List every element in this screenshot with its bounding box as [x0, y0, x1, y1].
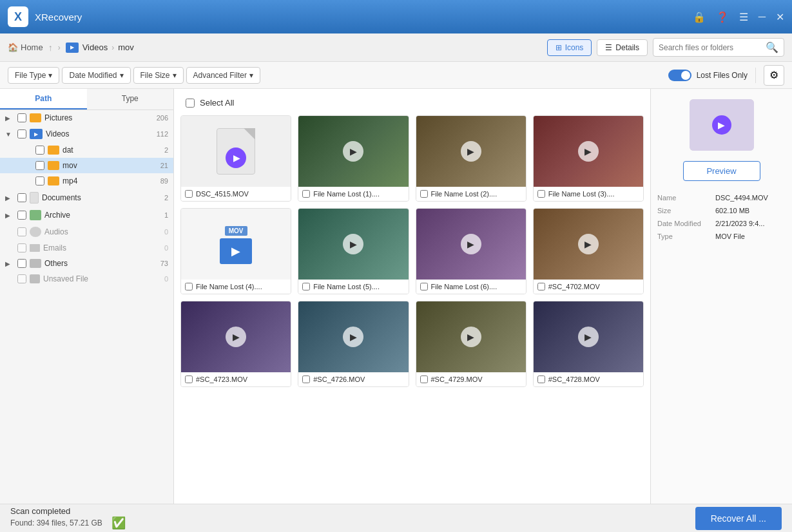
expand-icon[interactable]: ▶ — [5, 212, 14, 219]
list-item[interactable]: ▶ File Name Lost (5).... — [298, 208, 409, 294]
sidebar-item-mp4[interactable]: mp4 89 — [0, 173, 173, 189]
unsaved-checkbox[interactable] — [17, 274, 26, 283]
list-item[interactable]: ▶ File Name Lost (3).... — [533, 115, 644, 202]
filter-icon-button[interactable]: ⚙ — [764, 65, 784, 86]
tab-path[interactable]: Path — [0, 89, 87, 109]
mp4-checkbox[interactable] — [35, 176, 44, 185]
videos-checkbox[interactable] — [17, 129, 26, 138]
list-item[interactable]: ▶ #SC_4726.MOV — [298, 301, 409, 387]
preview-thumbnail: ▶ — [690, 99, 754, 151]
videos-icon — [66, 43, 79, 53]
sidebar-item-label: mov — [63, 161, 158, 170]
window-controls: 🔒 ❓ ☰ ─ ✕ — [693, 11, 784, 23]
status-info: Scan completed Found: 394 files, 57.21 G… — [10, 506, 695, 530]
item-count: 2 — [164, 146, 168, 154]
file-label: File Name Lost (1).... — [298, 187, 408, 201]
play-button: ▶ — [343, 327, 363, 347]
play-button: ▶ — [578, 327, 599, 347]
recover-all-button[interactable]: Recover All ... — [695, 507, 782, 530]
file-type-filter[interactable]: File Type ▾ — [8, 67, 59, 84]
preview-play-icon: ▶ — [712, 115, 731, 135]
item-checkbox[interactable] — [302, 375, 310, 383]
help-icon[interactable]: ❓ — [716, 11, 729, 23]
sidebar-item-emails[interactable]: Emails 0 — [0, 240, 173, 256]
list-item[interactable]: ▶ #SC_4702.MOV — [533, 208, 644, 294]
sidebar-item-dat[interactable]: dat 2 — [0, 142, 173, 158]
item-checkbox[interactable] — [537, 190, 545, 198]
item-checkbox[interactable] — [185, 190, 193, 198]
item-checkbox[interactable] — [185, 283, 193, 290]
toggle-switch[interactable] — [668, 70, 691, 81]
item-checkbox[interactable] — [420, 283, 428, 290]
expand-icon[interactable]: ▶ — [5, 260, 14, 267]
mov-label[interactable]: mov — [118, 43, 134, 52]
select-all-checkbox[interactable] — [186, 99, 195, 108]
list-item[interactable]: ▶ File Name Lost (1).... — [298, 115, 409, 202]
file-type-label: File Type — [15, 71, 46, 80]
documents-checkbox[interactable] — [17, 193, 26, 202]
sidebar-item-documents[interactable]: ▶ Documents 2 — [0, 189, 173, 207]
item-checkbox[interactable] — [537, 375, 545, 383]
preview-button[interactable]: Preview — [683, 161, 760, 181]
folder-icon — [30, 259, 41, 268]
item-checkbox[interactable] — [420, 375, 428, 383]
dat-checkbox[interactable] — [35, 146, 44, 155]
search-box[interactable]: 🔍 — [653, 38, 784, 57]
list-item[interactable]: MOV ▶ File Name Lost (4).... — [180, 208, 291, 294]
item-checkbox[interactable] — [537, 283, 545, 290]
tab-type[interactable]: Type — [87, 89, 174, 109]
list-item[interactable]: ▶ DSC_4515.MOV — [180, 115, 291, 202]
mov-folder-icon: MOV ▶ — [220, 224, 252, 264]
sidebar-item-videos[interactable]: ▼ ▶ Videos 112 — [0, 126, 173, 142]
pictures-checkbox[interactable] — [17, 113, 26, 122]
expand-icon[interactable]: ▼ — [5, 131, 14, 138]
list-item[interactable]: ▶ #SC_4729.MOV — [416, 301, 526, 387]
filter-settings-icon: ⚙ — [769, 69, 778, 81]
date-modified-label: Date Modified — [69, 71, 117, 80]
sidebar-item-others[interactable]: ▶ Others 73 — [0, 256, 173, 271]
expand-icon[interactable]: ▶ — [5, 115, 14, 122]
sidebar-item-unsaved[interactable]: Unsaved File 0 — [0, 271, 173, 287]
sidebar-item-audios[interactable]: Audios 0 — [0, 223, 173, 240]
preview-panel: ▶ Preview Name DSC_4494.MOV Size 602.10 … — [650, 89, 792, 504]
file-grid: ▶ DSC_4515.MOV ▶ File Name Lost (1).... — [180, 115, 644, 387]
minimize-icon[interactable]: ─ — [758, 11, 766, 23]
date-modified-filter[interactable]: Date Modified ▾ — [62, 67, 130, 84]
audios-checkbox[interactable] — [17, 227, 26, 236]
expand-icon[interactable]: ▶ — [5, 195, 14, 202]
lock-icon[interactable]: 🔒 — [693, 11, 706, 23]
menu-icon[interactable]: ☰ — [739, 11, 748, 23]
file-label: File Name Lost (6).... — [416, 280, 526, 294]
emails-checkbox[interactable] — [17, 243, 26, 252]
list-item[interactable]: ▶ #SC_4728.MOV — [533, 301, 644, 387]
sidebar-item-pictures[interactable]: ▶ Pictures 206 — [0, 110, 173, 126]
icons-view-button[interactable]: ⊞ Icons — [547, 39, 592, 56]
list-item[interactable]: ▶ File Name Lost (2).... — [416, 115, 526, 202]
lost-files-toggle[interactable]: Lost Files Only — [668, 70, 748, 81]
mov-checkbox[interactable] — [35, 161, 44, 170]
file-size-filter[interactable]: File Size ▾ — [133, 67, 184, 84]
list-item[interactable]: ▶ #SC_4723.MOV — [180, 301, 291, 387]
item-checkbox[interactable] — [185, 375, 193, 383]
item-checkbox[interactable] — [420, 190, 428, 198]
search-input[interactable] — [659, 43, 762, 52]
navbar: 🏠 Home ↑ › Videos › mov ⊞ Icons ☰ Detail… — [0, 33, 792, 62]
play-button: ▶ — [578, 141, 599, 162]
back-button[interactable]: ↑ — [48, 43, 53, 53]
item-checkbox[interactable] — [302, 283, 310, 290]
chevron-down-icon: ▾ — [249, 71, 253, 80]
list-item[interactable]: ▶ File Name Lost (6).... — [416, 208, 526, 294]
videos-label[interactable]: Videos — [82, 43, 108, 52]
sidebar-item-archive[interactable]: ▶ Archive 1 — [0, 207, 173, 223]
home-button[interactable]: 🏠 Home — [8, 43, 43, 52]
sidebar-item-mov[interactable]: mov 21 — [0, 158, 173, 173]
archive-checkbox[interactable] — [17, 211, 26, 220]
details-view-button[interactable]: ☰ Details — [597, 39, 648, 56]
others-checkbox[interactable] — [17, 259, 26, 268]
file-label: #SC_4723.MOV — [181, 372, 291, 386]
item-checkbox[interactable] — [302, 190, 310, 198]
filename: File Name Lost (6).... — [431, 283, 497, 290]
close-icon[interactable]: ✕ — [776, 11, 784, 23]
advanced-filter-button[interactable]: Advanced Filter ▾ — [186, 67, 260, 84]
icons-grid-icon: ⊞ — [555, 43, 562, 52]
